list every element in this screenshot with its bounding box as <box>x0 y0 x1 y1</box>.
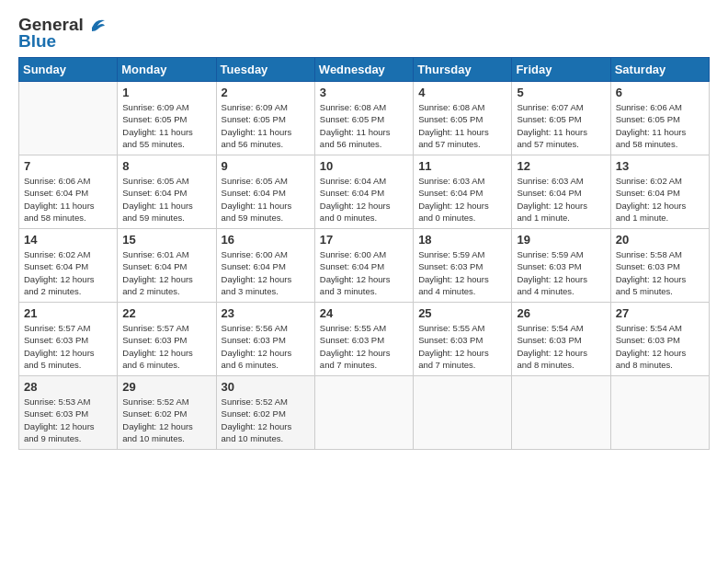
calendar-cell: 11Sunrise: 6:03 AM Sunset: 6:04 PM Dayli… <box>414 155 512 229</box>
day-info: Sunrise: 5:58 AM Sunset: 6:03 PM Dayligh… <box>616 248 704 297</box>
day-info: Sunrise: 6:00 AM Sunset: 6:04 PM Dayligh… <box>320 248 408 297</box>
calendar-cell: 14Sunrise: 6:02 AM Sunset: 6:04 PM Dayli… <box>19 229 118 303</box>
calendar-cell: 20Sunrise: 5:58 AM Sunset: 6:03 PM Dayli… <box>610 229 709 303</box>
day-number: 11 <box>418 159 506 173</box>
day-info: Sunrise: 6:02 AM Sunset: 6:04 PM Dayligh… <box>616 175 704 224</box>
day-number: 28 <box>24 380 112 394</box>
calendar-cell: 22Sunrise: 5:57 AM Sunset: 6:03 PM Dayli… <box>118 303 216 376</box>
calendar-cell: 18Sunrise: 5:59 AM Sunset: 6:03 PM Dayli… <box>414 229 512 303</box>
day-number: 27 <box>616 306 704 320</box>
day-number: 24 <box>320 306 408 320</box>
page: General Blue SundayMondayTuesdayWednesda… <box>0 0 728 563</box>
calendar-cell: 17Sunrise: 6:00 AM Sunset: 6:04 PM Dayli… <box>314 229 413 303</box>
calendar-cell: 16Sunrise: 6:00 AM Sunset: 6:04 PM Dayli… <box>216 229 314 303</box>
day-header-sunday: Sunday <box>19 58 118 82</box>
day-header-friday: Friday <box>512 58 610 82</box>
day-info: Sunrise: 6:08 AM Sunset: 6:05 PM Dayligh… <box>418 101 506 150</box>
calendar-cell: 29Sunrise: 5:52 AM Sunset: 6:02 PM Dayli… <box>118 376 216 450</box>
day-info: Sunrise: 6:09 AM Sunset: 6:05 PM Dayligh… <box>122 101 210 150</box>
header: General Blue <box>18 15 710 52</box>
day-info: Sunrise: 6:03 AM Sunset: 6:04 PM Dayligh… <box>517 175 605 224</box>
calendar-cell: 4Sunrise: 6:08 AM Sunset: 6:05 PM Daylig… <box>414 82 512 155</box>
day-header-thursday: Thursday <box>414 58 512 82</box>
calendar-week-1: 1Sunrise: 6:09 AM Sunset: 6:05 PM Daylig… <box>19 82 710 155</box>
calendar-cell: 30Sunrise: 5:52 AM Sunset: 6:02 PM Dayli… <box>216 376 314 450</box>
day-number: 2 <box>222 86 310 99</box>
calendar-cell <box>512 376 610 450</box>
day-number: 12 <box>517 159 605 173</box>
logo: General Blue <box>18 15 107 52</box>
calendar-cell: 5Sunrise: 6:07 AM Sunset: 6:05 PM Daylig… <box>512 82 610 155</box>
day-info: Sunrise: 6:06 AM Sunset: 6:05 PM Dayligh… <box>616 101 704 150</box>
calendar-cell: 15Sunrise: 6:01 AM Sunset: 6:04 PM Dayli… <box>118 229 216 303</box>
calendar-cell: 6Sunrise: 6:06 AM Sunset: 6:05 PM Daylig… <box>610 82 709 155</box>
day-number: 29 <box>122 380 210 394</box>
calendar-cell: 2Sunrise: 6:09 AM Sunset: 6:05 PM Daylig… <box>216 82 314 155</box>
calendar-header-row: SundayMondayTuesdayWednesdayThursdayFrid… <box>19 58 710 82</box>
day-header-wednesday: Wednesday <box>314 58 413 82</box>
calendar-cell: 23Sunrise: 5:56 AM Sunset: 6:03 PM Dayli… <box>216 303 314 376</box>
day-number: 25 <box>418 306 506 320</box>
calendar-cell: 21Sunrise: 5:57 AM Sunset: 6:03 PM Dayli… <box>19 303 118 376</box>
day-info: Sunrise: 6:07 AM Sunset: 6:05 PM Dayligh… <box>517 101 605 150</box>
day-info: Sunrise: 5:55 AM Sunset: 6:03 PM Dayligh… <box>320 322 408 371</box>
day-number: 18 <box>418 233 506 247</box>
calendar-cell: 8Sunrise: 6:05 AM Sunset: 6:04 PM Daylig… <box>118 155 216 229</box>
day-info: Sunrise: 6:01 AM Sunset: 6:04 PM Dayligh… <box>122 248 210 297</box>
day-number: 1 <box>122 86 210 99</box>
day-info: Sunrise: 6:09 AM Sunset: 6:05 PM Dayligh… <box>222 101 310 150</box>
day-number: 14 <box>24 233 112 247</box>
day-header-tuesday: Tuesday <box>216 58 314 82</box>
day-number: 8 <box>122 159 210 173</box>
calendar-cell: 1Sunrise: 6:09 AM Sunset: 6:05 PM Daylig… <box>118 82 216 155</box>
day-info: Sunrise: 6:02 AM Sunset: 6:04 PM Dayligh… <box>24 248 112 297</box>
calendar-cell: 26Sunrise: 5:54 AM Sunset: 6:03 PM Dayli… <box>512 303 610 376</box>
day-info: Sunrise: 6:00 AM Sunset: 6:04 PM Dayligh… <box>222 248 310 297</box>
calendar-cell: 3Sunrise: 6:08 AM Sunset: 6:05 PM Daylig… <box>314 82 413 155</box>
day-info: Sunrise: 6:05 AM Sunset: 6:04 PM Dayligh… <box>222 175 310 224</box>
day-number: 16 <box>222 233 310 247</box>
day-number: 21 <box>24 306 112 320</box>
calendar-cell: 12Sunrise: 6:03 AM Sunset: 6:04 PM Dayli… <box>512 155 610 229</box>
calendar-cell: 9Sunrise: 6:05 AM Sunset: 6:04 PM Daylig… <box>216 155 314 229</box>
day-number: 5 <box>517 86 605 99</box>
calendar-week-3: 14Sunrise: 6:02 AM Sunset: 6:04 PM Dayli… <box>19 229 710 303</box>
day-info: Sunrise: 6:05 AM Sunset: 6:04 PM Dayligh… <box>122 175 210 224</box>
calendar-cell <box>314 376 413 450</box>
day-number: 13 <box>616 159 704 173</box>
calendar-cell: 27Sunrise: 5:54 AM Sunset: 6:03 PM Dayli… <box>610 303 709 376</box>
day-info: Sunrise: 5:57 AM Sunset: 6:03 PM Dayligh… <box>24 322 112 371</box>
calendar-week-4: 21Sunrise: 5:57 AM Sunset: 6:03 PM Dayli… <box>19 303 710 376</box>
day-info: Sunrise: 5:57 AM Sunset: 6:03 PM Dayligh… <box>122 322 210 371</box>
calendar-cell: 25Sunrise: 5:55 AM Sunset: 6:03 PM Dayli… <box>414 303 512 376</box>
day-info: Sunrise: 5:59 AM Sunset: 6:03 PM Dayligh… <box>517 248 605 297</box>
day-info: Sunrise: 5:59 AM Sunset: 6:03 PM Dayligh… <box>418 248 506 297</box>
logo-blue: Blue <box>18 31 56 52</box>
calendar-cell: 10Sunrise: 6:04 AM Sunset: 6:04 PM Dayli… <box>314 155 413 229</box>
day-number: 6 <box>616 86 704 99</box>
calendar-cell <box>610 376 709 450</box>
day-info: Sunrise: 6:04 AM Sunset: 6:04 PM Dayligh… <box>320 175 408 224</box>
day-number: 10 <box>320 159 408 173</box>
day-info: Sunrise: 5:53 AM Sunset: 6:03 PM Dayligh… <box>24 396 112 444</box>
day-info: Sunrise: 5:52 AM Sunset: 6:02 PM Dayligh… <box>122 396 210 444</box>
calendar-week-2: 7Sunrise: 6:06 AM Sunset: 6:04 PM Daylig… <box>19 155 710 229</box>
calendar: SundayMondayTuesdayWednesdayThursdayFrid… <box>18 57 710 450</box>
day-header-saturday: Saturday <box>610 58 709 82</box>
day-number: 20 <box>616 233 704 247</box>
day-info: Sunrise: 5:52 AM Sunset: 6:02 PM Dayligh… <box>222 396 310 444</box>
calendar-cell: 7Sunrise: 6:06 AM Sunset: 6:04 PM Daylig… <box>19 155 118 229</box>
day-number: 4 <box>418 86 506 99</box>
day-number: 23 <box>222 306 310 320</box>
day-info: Sunrise: 5:56 AM Sunset: 6:03 PM Dayligh… <box>222 322 310 371</box>
calendar-cell: 13Sunrise: 6:02 AM Sunset: 6:04 PM Dayli… <box>610 155 709 229</box>
day-info: Sunrise: 5:54 AM Sunset: 6:03 PM Dayligh… <box>517 322 605 371</box>
logo-bird-icon <box>86 17 107 33</box>
day-number: 19 <box>517 233 605 247</box>
day-number: 26 <box>517 306 605 320</box>
day-number: 17 <box>320 233 408 247</box>
day-info: Sunrise: 6:08 AM Sunset: 6:05 PM Dayligh… <box>320 101 408 150</box>
day-info: Sunrise: 5:55 AM Sunset: 6:03 PM Dayligh… <box>418 322 506 371</box>
day-header-monday: Monday <box>118 58 216 82</box>
day-number: 9 <box>222 159 310 173</box>
